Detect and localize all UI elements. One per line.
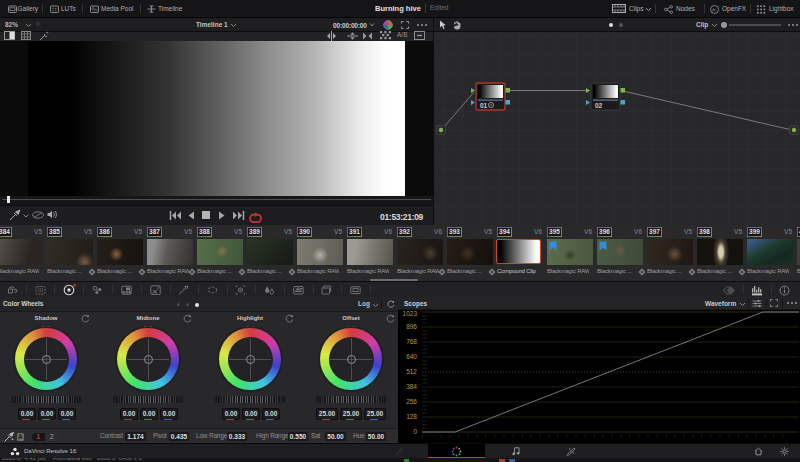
svg-text:01: 01 [480,102,488,109]
svg-text:fx: fx [712,7,715,12]
svg-text:02: 02 [595,102,603,109]
